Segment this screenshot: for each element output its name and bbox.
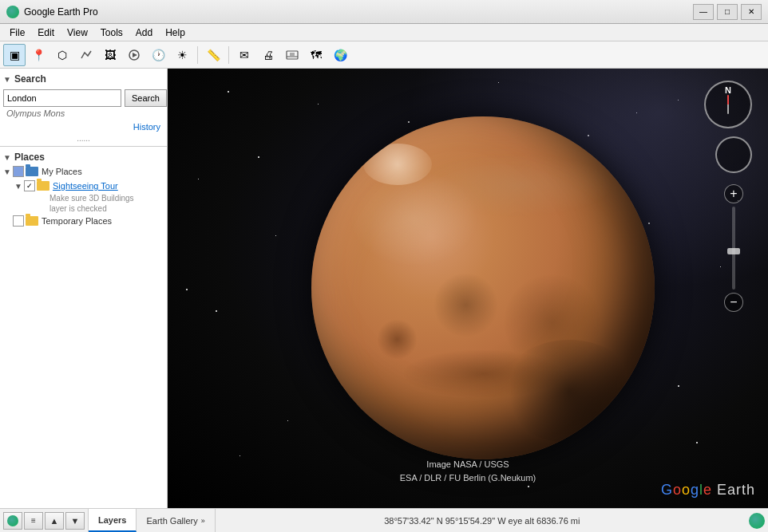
path-icon	[80, 49, 93, 61]
zoom-control: + −	[723, 184, 744, 312]
path-button[interactable]	[75, 44, 97, 66]
email-icon: ✉	[240, 49, 249, 61]
print-button[interactable]: 🖨	[257, 44, 279, 66]
menu-file[interactable]: File	[3, 26, 31, 40]
search-section: ▼ Search Search Olympus Mons History ...…	[0, 69, 167, 147]
places-header[interactable]: ▼ Places	[3, 150, 164, 164]
zoom-out-button[interactable]: −	[724, 293, 743, 312]
ruler-button[interactable]: 📏	[202, 44, 224, 66]
temp-places-item[interactable]: Temporary Places	[3, 214, 164, 228]
zoom-track[interactable]	[732, 207, 735, 290]
sightseeing-tour-label: Sightseeing Tour	[53, 181, 118, 191]
search-suggestion: Olympus Mons	[3, 107, 164, 120]
titlebar: Google Earth Pro — □ ✕	[0, 0, 768, 24]
sun-icon: ☀	[177, 49, 188, 61]
history-link[interactable]: History	[3, 120, 164, 134]
history-dots: ......	[3, 134, 164, 143]
compass-north-label: N	[725, 85, 731, 95]
earth-mode-icon: 🌍	[334, 49, 347, 61]
ruler-icon: 📏	[207, 49, 220, 61]
tour-button[interactable]	[123, 44, 145, 66]
app-icon	[6, 6, 19, 18]
layers-tab-label: Layers	[98, 515, 126, 525]
earth-gallery-label: Earth Gallery	[146, 516, 197, 526]
tilt-control[interactable]	[715, 136, 752, 173]
polygon-icon: ⬡	[57, 49, 67, 61]
places-section: ▼ Places ▼ My Places ▼ Sightseeing Tour …	[0, 147, 167, 508]
compass[interactable]: N	[704, 81, 752, 128]
polygon-button[interactable]: ⬡	[51, 44, 73, 66]
minimize-button[interactable]: —	[693, 4, 714, 20]
nav-down-button[interactable]: ▼	[65, 512, 85, 530]
coordinates-display: 38°57'33.42" N 95°15'54.29" W eye alt 68…	[216, 516, 749, 526]
my-places-item[interactable]: ▼ My Places	[3, 164, 164, 179]
my-places-label: My Places	[42, 167, 82, 176]
search-header[interactable]: ▼ Search	[3, 72, 164, 86]
earth-mode-button[interactable]: 🌍	[329, 44, 351, 66]
sidebar-toggle-button[interactable]: ▣	[3, 44, 26, 66]
temp-places-folder-icon	[26, 216, 38, 226]
save-image-icon	[286, 49, 299, 61]
map-options-button[interactable]: 🗺	[305, 44, 327, 66]
attribution-line1: Image NASA / USGS	[400, 458, 536, 471]
earth-gallery-tab[interactable]: Earth Gallery »	[137, 509, 215, 532]
placemark-button[interactable]: 📍	[27, 44, 49, 66]
expand-tour-icon: ▼	[14, 182, 24, 191]
sidebar-icon: ▣	[10, 49, 20, 61]
search-triangle-icon: ▼	[3, 75, 11, 84]
menu-view[interactable]: View	[61, 26, 94, 40]
menu-edit[interactable]: Edit	[31, 26, 61, 40]
print-icon: 🖨	[263, 49, 274, 61]
compass-arrow	[727, 95, 729, 114]
status-earth-icon	[749, 513, 765, 529]
window-controls: — □ ✕	[693, 4, 762, 20]
my-places-checkbox[interactable]	[13, 166, 24, 177]
layers-icon-button[interactable]: ≡	[24, 512, 43, 530]
map-area[interactable]: N + − Image NASA / USGS ESA / DLR / FU B…	[168, 69, 768, 508]
clock-icon: 🕐	[152, 49, 165, 61]
search-input[interactable]	[3, 89, 121, 107]
places-triangle-icon: ▼	[3, 153, 11, 162]
separator-1	[197, 46, 198, 64]
globe-status-icon[interactable]	[3, 512, 22, 530]
my-places-children: ▼ Sightseeing Tour Make sure 3D Building…	[14, 179, 164, 214]
app-title: Google Earth Pro	[24, 6, 693, 18]
sightseeing-folder-icon	[37, 181, 49, 191]
save-image-button[interactable]	[281, 44, 303, 66]
earth-gallery-arrow-icon: »	[201, 517, 205, 525]
attribution-line2: ESA / DLR / FU Berlin (G.Neukum)	[400, 471, 536, 485]
layers-tab[interactable]: Layers	[89, 509, 137, 532]
menu-help[interactable]: Help	[159, 26, 192, 40]
nav-up-button[interactable]: ▲	[45, 512, 64, 530]
map-attribution: Image NASA / USGS ESA / DLR / FU Berlin …	[400, 458, 536, 484]
menu-tools[interactable]: Tools	[94, 26, 129, 40]
sightseeing-sublabel: Make sure 3D Buildingslayer is checked	[14, 193, 164, 214]
historical-button[interactable]: 🕐	[147, 44, 169, 66]
compass-ring[interactable]: N	[704, 81, 752, 128]
separator-2	[228, 46, 229, 64]
sightseeing-tour-item[interactable]: ▼ Sightseeing Tour	[14, 179, 164, 193]
close-button[interactable]: ✕	[741, 4, 762, 20]
expand-my-places-icon: ▼	[3, 167, 13, 176]
sun-button[interactable]: ☀	[171, 44, 193, 66]
maximize-button[interactable]: □	[717, 4, 738, 20]
places-label: Places	[14, 152, 45, 163]
overlay-icon: 🖼	[105, 49, 116, 61]
mars-shadow	[501, 340, 638, 443]
menu-add[interactable]: Add	[129, 26, 159, 40]
search-label: Search	[14, 73, 46, 85]
toolbar: ▣ 📍 ⬡ 🖼 🕐 ☀ 📏 ✉ 🖨	[0, 41, 768, 69]
main-content: ▼ Search Search Olympus Mons History ...…	[0, 69, 768, 508]
mars-highlight	[363, 144, 432, 185]
svg-rect-3	[290, 53, 295, 56]
google-earth-logo: Google Earth	[661, 482, 755, 499]
zoom-handle[interactable]	[727, 248, 740, 254]
search-button[interactable]: Search	[125, 89, 167, 107]
svg-marker-1	[133, 53, 137, 57]
sightseeing-tour-checkbox[interactable]	[24, 180, 35, 191]
zoom-in-button[interactable]: +	[724, 184, 743, 203]
left-panel: ▼ Search Search Olympus Mons History ...…	[0, 69, 168, 508]
overlay-button[interactable]: 🖼	[99, 44, 121, 66]
email-button[interactable]: ✉	[233, 44, 255, 66]
temp-places-checkbox[interactable]	[13, 215, 24, 227]
